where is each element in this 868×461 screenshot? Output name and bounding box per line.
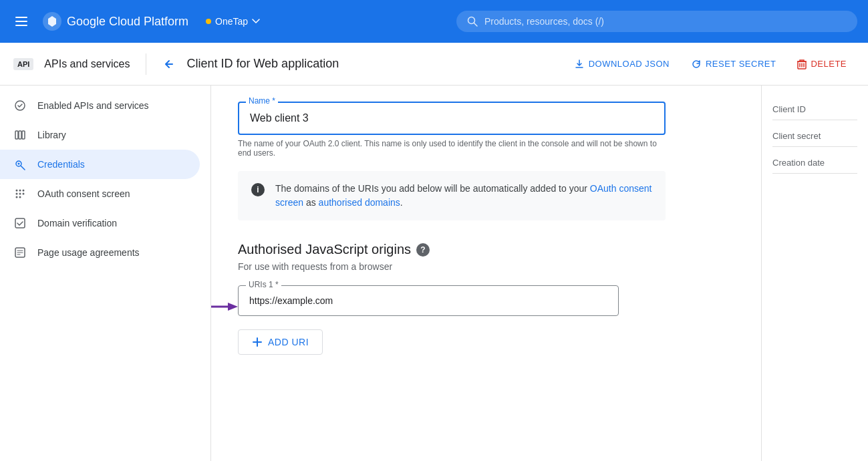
delete-button[interactable]: DELETE bbox=[789, 53, 855, 75]
main-layout: Enabled APIs and services Library Cred bbox=[0, 86, 868, 461]
name-field-label: Name * bbox=[246, 96, 278, 106]
svg-rect-26 bbox=[15, 218, 25, 228]
page-usage-icon bbox=[13, 246, 27, 259]
add-uri-button[interactable]: ADD URI bbox=[238, 329, 323, 355]
hamburger-menu[interactable] bbox=[11, 11, 32, 32]
api-badge: API bbox=[13, 58, 33, 70]
search-bar[interactable]: Products, resources, docs (/) bbox=[456, 11, 857, 32]
svg-rect-14 bbox=[22, 131, 25, 139]
sidebar-item-label: Domain verification bbox=[37, 218, 117, 228]
chevron-down-icon bbox=[252, 19, 260, 24]
reset-icon bbox=[691, 59, 702, 69]
oauth-icon bbox=[13, 187, 27, 200]
info-icon: i bbox=[251, 183, 265, 196]
service-title: APIs and services bbox=[44, 58, 130, 70]
svg-point-23 bbox=[19, 196, 21, 198]
add-uri-label: ADD URI bbox=[268, 337, 309, 347]
svg-rect-12 bbox=[15, 131, 18, 139]
sidebar-item-label: OAuth consent screen bbox=[37, 188, 130, 199]
info-box: i The domains of the URIs you add below … bbox=[238, 171, 666, 220]
project-dot bbox=[206, 19, 211, 24]
right-panel-client-id: Client ID bbox=[772, 99, 857, 120]
sidebar-item-label: Page usage agreements bbox=[37, 247, 140, 258]
page-title: Client ID for Web application bbox=[186, 57, 339, 71]
svg-point-17 bbox=[18, 163, 20, 165]
project-selector[interactable]: OneTap bbox=[199, 12, 267, 31]
back-arrow-icon bbox=[162, 57, 176, 71]
uri-input[interactable] bbox=[238, 285, 619, 316]
sidebar-item-domain-verification[interactable]: Domain verification bbox=[0, 208, 200, 238]
download-icon bbox=[574, 59, 585, 69]
search-icon bbox=[467, 16, 478, 27]
js-origins-section: Authorised JavaScript origins ? For use … bbox=[238, 242, 734, 355]
svg-marker-31 bbox=[228, 303, 238, 311]
enabled-apis-icon bbox=[13, 99, 27, 112]
svg-rect-13 bbox=[19, 131, 21, 139]
svg-point-20 bbox=[16, 193, 18, 195]
svg-point-24 bbox=[23, 190, 25, 192]
svg-point-21 bbox=[19, 193, 21, 195]
search-label: Products, resources, docs (/) bbox=[484, 16, 604, 27]
svg-rect-0 bbox=[15, 17, 27, 18]
download-json-button[interactable]: DOWNLOAD JSON bbox=[566, 53, 678, 75]
sidebar-item-label: Credentials bbox=[37, 159, 85, 170]
back-button[interactable] bbox=[162, 57, 176, 71]
js-origins-title: Authorised JavaScript origins bbox=[238, 242, 411, 257]
trash-icon bbox=[797, 59, 807, 69]
svg-point-22 bbox=[16, 196, 18, 198]
credentials-icon bbox=[13, 158, 27, 171]
js-origins-desc: For use with requests from a browser bbox=[238, 261, 734, 272]
svg-rect-1 bbox=[15, 21, 27, 22]
svg-point-18 bbox=[16, 190, 18, 192]
sidebar: Enabled APIs and services Library Cred bbox=[0, 86, 211, 461]
project-name: OneTap bbox=[215, 16, 248, 27]
authorised-domains-link[interactable]: authorised domains bbox=[319, 197, 400, 208]
arrow-annotation bbox=[211, 293, 238, 320]
app-name: Google Cloud Platform bbox=[67, 15, 188, 29]
js-origins-heading: Authorised JavaScript origins ? bbox=[238, 242, 734, 257]
sidebar-item-label: Enabled APIs and services bbox=[37, 100, 149, 111]
svg-rect-2 bbox=[15, 25, 27, 26]
sidebar-item-oauth[interactable]: OAuth consent screen bbox=[0, 179, 200, 208]
header-actions: DOWNLOAD JSON RESET SECRET DELETE bbox=[566, 53, 855, 75]
info-text: The domains of the URIs you add below wi… bbox=[275, 182, 652, 210]
sidebar-item-credentials[interactable]: Credentials bbox=[0, 150, 200, 179]
sub-header: API APIs and services Client ID for Web … bbox=[0, 43, 868, 86]
header-divider bbox=[146, 53, 146, 75]
plus-icon bbox=[252, 337, 263, 347]
reset-secret-label: RESET SECRET bbox=[706, 59, 776, 69]
right-panel: Client ID Client secret Creation date bbox=[761, 86, 868, 461]
name-hint: The name of your OAuth 2.0 client. This … bbox=[238, 139, 666, 158]
uri-field-area: URIs 1 * bbox=[238, 285, 734, 316]
svg-line-5 bbox=[474, 23, 478, 27]
name-field-group: Name * The name of your OAuth 2.0 client… bbox=[238, 102, 734, 158]
uri-field-label: URIs 1 * bbox=[246, 280, 281, 289]
name-input[interactable] bbox=[238, 102, 666, 135]
help-icon[interactable]: ? bbox=[416, 243, 430, 257]
svg-point-25 bbox=[23, 193, 25, 195]
domain-verification-icon bbox=[13, 216, 27, 230]
download-json-label: DOWNLOAD JSON bbox=[589, 59, 670, 69]
delete-label: DELETE bbox=[811, 59, 847, 69]
svg-line-16 bbox=[21, 166, 25, 170]
sidebar-item-label: Library bbox=[37, 130, 66, 140]
app-logo: Google Cloud Platform bbox=[43, 12, 188, 31]
reset-secret-button[interactable]: RESET SECRET bbox=[683, 53, 784, 75]
main-content: Name * The name of your OAuth 2.0 client… bbox=[211, 86, 761, 461]
sidebar-item-library[interactable]: Library bbox=[0, 120, 200, 150]
uri-field-wrapper: URIs 1 * bbox=[238, 285, 619, 316]
top-navbar: Google Cloud Platform OneTap Products, r… bbox=[0, 0, 868, 43]
name-field-wrapper: Name * bbox=[238, 102, 666, 135]
sidebar-item-page-usage[interactable]: Page usage agreements bbox=[0, 238, 200, 267]
sidebar-item-enabled-apis[interactable]: Enabled APIs and services bbox=[0, 91, 200, 120]
right-panel-client-secret: Client secret bbox=[772, 126, 857, 147]
library-icon bbox=[13, 128, 27, 142]
svg-point-19 bbox=[19, 190, 21, 192]
right-panel-creation-date: Creation date bbox=[772, 152, 857, 174]
